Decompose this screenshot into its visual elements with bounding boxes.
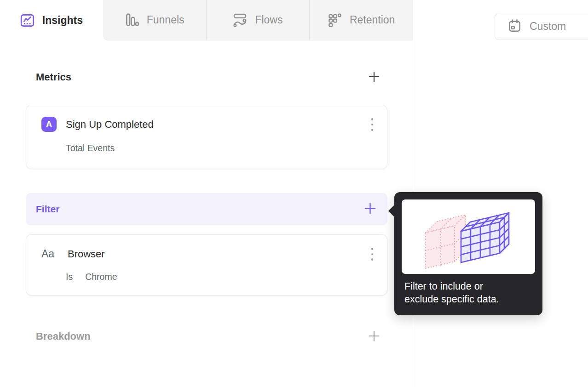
report-type-tabbar: Insights Funnels Flows bbox=[0, 0, 413, 40]
tab-retention-label: Retention bbox=[350, 14, 395, 26]
metrics-section-header: Metrics bbox=[36, 69, 380, 85]
flow-stream-icon bbox=[233, 13, 247, 27]
metrics-heading: Metrics bbox=[36, 71, 71, 83]
filter-operator[interactable]: Is bbox=[66, 272, 73, 282]
tab-funnels[interactable]: Funnels bbox=[103, 0, 206, 40]
tab-funnels-label: Funnels bbox=[147, 14, 184, 26]
plus-icon bbox=[364, 202, 376, 216]
property-type-badge: Aa bbox=[41, 248, 58, 260]
filter-value[interactable]: Chrome bbox=[85, 272, 117, 282]
date-range-button[interactable]: Custom bbox=[495, 13, 588, 40]
filter-card[interactable]: Aa Browser Is Chrome bbox=[26, 234, 387, 296]
filter-heading: Filter bbox=[36, 204, 59, 215]
filter-section-header[interactable]: Filter bbox=[26, 193, 387, 225]
report-builder-panel: Insights Funnels Flows bbox=[0, 0, 413, 387]
tooltip-text-line2: exclude specific data. bbox=[404, 293, 532, 306]
filter-property-title: Browser bbox=[68, 248, 369, 260]
add-breakdown-button[interactable] bbox=[368, 330, 380, 343]
add-filter-button[interactable] bbox=[364, 202, 376, 216]
filter-tooltip: Filter to include or exclude specific da… bbox=[394, 192, 542, 315]
kebab-menu-icon[interactable] bbox=[369, 116, 376, 133]
metric-title: Sign Up Completed bbox=[66, 119, 369, 131]
dot-grid-icon bbox=[328, 13, 342, 27]
tab-insights-label: Insights bbox=[42, 14, 83, 27]
kebab-menu-icon[interactable] bbox=[369, 246, 376, 262]
tab-retention[interactable]: Retention bbox=[309, 0, 413, 40]
line-chart-icon bbox=[20, 13, 35, 28]
metric-badge: A bbox=[41, 117, 57, 132]
plus-icon bbox=[368, 330, 380, 343]
tooltip-text-line1: Filter to include or bbox=[404, 280, 532, 293]
breakdown-heading: Breakdown bbox=[36, 330, 91, 342]
tab-flows[interactable]: Flows bbox=[206, 0, 310, 40]
metric-card[interactable]: A Sign Up Completed Total Events bbox=[26, 105, 387, 169]
calendar-icon bbox=[507, 19, 522, 34]
date-range-label: Custom bbox=[530, 20, 566, 33]
tab-insights[interactable]: Insights bbox=[0, 0, 103, 40]
plus-icon bbox=[368, 71, 380, 84]
breakdown-section-header: Breakdown bbox=[36, 325, 380, 348]
funnel-bars-icon bbox=[125, 13, 139, 27]
metric-subtitle[interactable]: Total Events bbox=[66, 143, 115, 154]
add-metric-button[interactable] bbox=[368, 71, 380, 84]
filter-cube-illustration bbox=[402, 199, 535, 274]
tab-flows-label: Flows bbox=[255, 14, 282, 26]
